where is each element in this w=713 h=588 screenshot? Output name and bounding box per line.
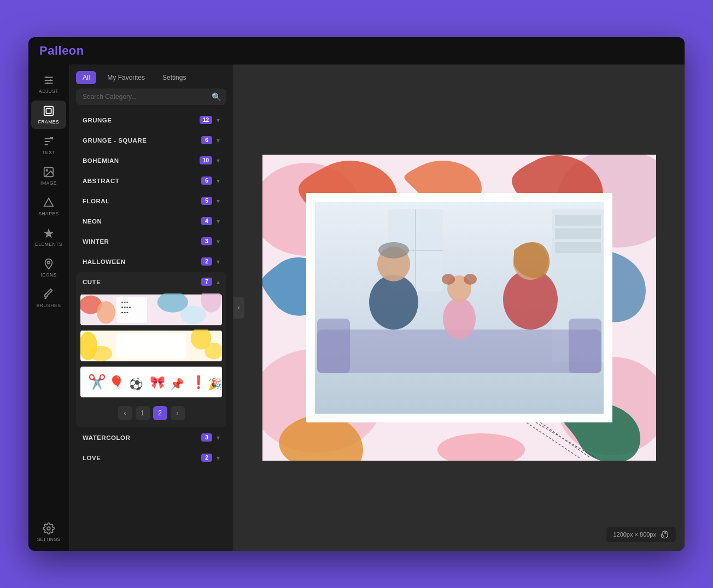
category-floral[interactable]: FLORAL 5 ▾ bbox=[76, 191, 226, 210]
chevron-grunge-square: ▾ bbox=[217, 137, 220, 144]
next-page-btn[interactable]: › bbox=[171, 406, 185, 420]
category-cute-header[interactable]: CUTE 7 ▴ bbox=[76, 272, 226, 291]
text-icon bbox=[43, 136, 55, 148]
svg-point-64 bbox=[464, 274, 477, 285]
category-bohemian[interactable]: BOHEMIAN 10 ▾ bbox=[76, 151, 226, 170]
chevron-halloween: ▾ bbox=[217, 258, 220, 266]
chevron-floral: ▾ bbox=[217, 197, 220, 205]
cute-frame-3[interactable]: ✂️ 🎈 ⚽ 🎀 📌 ❗ 🎉 bbox=[80, 366, 222, 398]
svg-point-11 bbox=[47, 527, 50, 530]
tab-all[interactable]: All bbox=[76, 71, 96, 84]
chevron-grunge: ▾ bbox=[217, 116, 220, 124]
category-halloween[interactable]: HALLOWEEN 2 ▾ bbox=[76, 252, 226, 271]
svg-rect-25 bbox=[116, 333, 186, 359]
sidebar-item-brushes[interactable]: BRUSHES bbox=[31, 284, 66, 313]
sidebar-item-image[interactable]: IMAGE bbox=[31, 162, 66, 190]
page-2-btn[interactable]: 2 bbox=[153, 406, 167, 420]
chevron-abstract: ▾ bbox=[217, 177, 220, 185]
elements-icon bbox=[43, 227, 55, 239]
svg-text:🎈: 🎈 bbox=[109, 375, 125, 390]
svg-rect-6 bbox=[44, 107, 54, 116]
svg-text:⚽: ⚽ bbox=[129, 377, 143, 391]
cute-frame-2[interactable] bbox=[80, 330, 222, 362]
canvas-area: ‹ bbox=[233, 64, 685, 551]
canvas-toggle-btn[interactable]: ‹ bbox=[233, 297, 244, 319]
svg-point-63 bbox=[442, 274, 455, 285]
sidebar-item-adjust[interactable]: ADJUST bbox=[31, 70, 66, 98]
svg-rect-54 bbox=[555, 242, 601, 253]
canvas-frame bbox=[262, 155, 656, 461]
svg-rect-56 bbox=[317, 319, 350, 373]
category-neon[interactable]: NEON 4 ▾ bbox=[76, 211, 226, 231]
settings-icon bbox=[43, 522, 55, 534]
svg-point-61 bbox=[443, 298, 476, 339]
svg-rect-7 bbox=[46, 108, 51, 113]
dimensions-label: 1200px × 800px bbox=[613, 531, 656, 538]
title-bar: Palleon bbox=[28, 37, 685, 64]
icon-sidebar: ADJUST FRAMES TEXT bbox=[28, 64, 69, 551]
shapes-icon bbox=[43, 197, 55, 209]
svg-rect-53 bbox=[555, 228, 601, 239]
svg-point-24 bbox=[90, 346, 112, 361]
svg-point-3 bbox=[46, 77, 48, 79]
svg-point-4 bbox=[50, 79, 52, 81]
category-grunge[interactable]: GRUNGE 12 ▾ bbox=[76, 110, 226, 130]
category-list: GRUNGE 12 ▾ GRUNGE - SQUARE 6 ▾ BO bbox=[69, 110, 233, 551]
svg-rect-52 bbox=[555, 215, 601, 226]
svg-text:❗: ❗ bbox=[191, 375, 207, 390]
svg-point-58 bbox=[369, 275, 418, 330]
category-grunge-square[interactable]: GRUNGE - SQUARE 6 ▾ bbox=[76, 131, 226, 150]
chevron-love: ▾ bbox=[217, 454, 220, 462]
svg-rect-15 bbox=[116, 297, 147, 323]
svg-text:📌: 📌 bbox=[170, 377, 184, 391]
chevron-bohemian: ▾ bbox=[217, 157, 220, 164]
hand-tool-icon bbox=[661, 530, 669, 539]
category-love[interactable]: LOVE 2 ▾ bbox=[76, 448, 226, 467]
chevron-cute: ▴ bbox=[217, 278, 220, 286]
category-cute-expanded: CUTE 7 ▴ bbox=[76, 272, 226, 427]
sidebar-item-icons[interactable]: ICONS bbox=[31, 254, 66, 282]
chevron-neon: ▾ bbox=[217, 217, 220, 225]
svg-point-10 bbox=[48, 261, 50, 264]
svg-point-9 bbox=[46, 169, 48, 171]
chevron-winter: ▾ bbox=[217, 238, 220, 245]
svg-point-5 bbox=[46, 83, 49, 85]
sidebar-item-elements[interactable]: ELEMENTS bbox=[31, 223, 66, 251]
search-box: 🔍 bbox=[76, 89, 226, 105]
frame-background-svg bbox=[262, 155, 656, 461]
settings-label: SETTINGS bbox=[37, 537, 61, 542]
sidebar-item-frames[interactable]: FRAMES bbox=[31, 101, 66, 129]
category-winter[interactable]: WINTER 3 ▾ bbox=[76, 232, 226, 251]
svg-point-14 bbox=[97, 301, 115, 324]
dimensions-status: 1200px × 800px bbox=[606, 527, 676, 542]
svg-text:🎉: 🎉 bbox=[208, 377, 222, 391]
sidebar-item-text[interactable]: TEXT bbox=[31, 131, 66, 160]
app-window: Palleon ADJUST FRAMES bbox=[28, 37, 685, 551]
brushes-icon bbox=[43, 289, 55, 301]
page-1-btn[interactable]: 1 bbox=[136, 406, 150, 420]
category-watercolor[interactable]: WATERCOLOR 3 ▾ bbox=[76, 428, 226, 447]
cute-frames-list: ✂️ 🎈 ⚽ 🎀 📌 ❗ 🎉 ‹ 1 bbox=[76, 291, 226, 427]
panel-tabs: All My Favorites Settings bbox=[69, 64, 233, 89]
tab-settings[interactable]: Settings bbox=[156, 71, 192, 84]
icons-icon bbox=[43, 258, 55, 270]
cute-frame-1[interactable] bbox=[80, 293, 222, 326]
pagination: ‹ 1 2 › bbox=[80, 402, 222, 422]
search-input[interactable] bbox=[76, 89, 226, 105]
svg-point-60 bbox=[378, 242, 409, 258]
frames-icon bbox=[43, 105, 55, 117]
svg-text:✂️: ✂️ bbox=[88, 373, 106, 391]
app-logo: Palleon bbox=[39, 44, 84, 58]
image-icon bbox=[43, 166, 55, 178]
tab-favorites[interactable]: My Favorites bbox=[101, 71, 151, 84]
sliders-icon bbox=[43, 74, 55, 86]
sidebar-item-shapes[interactable]: SHAPES bbox=[31, 192, 66, 221]
sidebar-item-settings[interactable]: SETTINGS bbox=[34, 519, 64, 545]
svg-text:🎀: 🎀 bbox=[150, 375, 166, 390]
search-icon[interactable]: 🔍 bbox=[212, 92, 221, 101]
svg-point-17 bbox=[180, 305, 206, 324]
svg-rect-57 bbox=[569, 319, 601, 373]
prev-page-btn[interactable]: ‹ bbox=[118, 406, 132, 420]
panel-sidebar: All My Favorites Settings 🔍 GRUNGE 12 ▾ bbox=[69, 64, 233, 551]
category-abstract[interactable]: ABSTRACT 6 ▾ bbox=[76, 171, 226, 190]
